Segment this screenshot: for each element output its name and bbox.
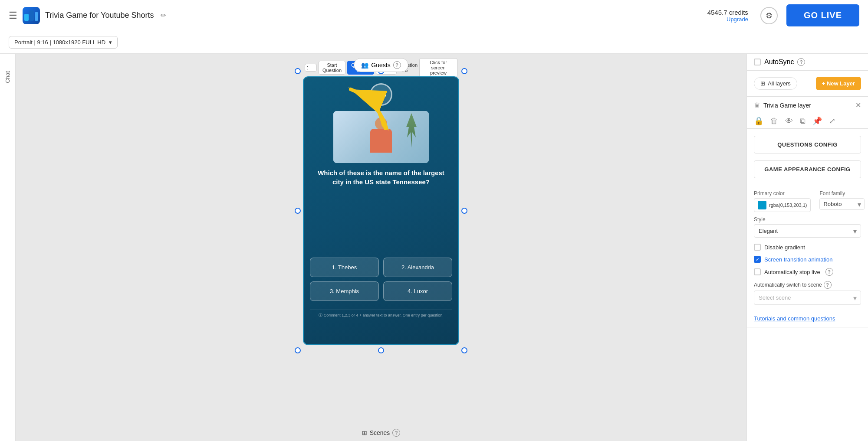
screen-transition-row: ✓ Screen transition animation [747, 253, 868, 265]
screen-transition-checkbox[interactable]: ✓ [754, 256, 761, 263]
layer-close-icon[interactable]: ✕ [855, 101, 861, 109]
layer-name: Trivia Game layer [763, 102, 852, 109]
credits-area: 4545.7 credits Upgrade [707, 9, 748, 23]
right-sidebar-inner: AutoSync ? ⊞ All layers + New Layer ♛ Tr… [747, 54, 868, 441]
all-layers-button[interactable]: ⊞ All layers [754, 77, 797, 90]
phone-answers: 1. Thebes 2. Alexandria 3. Memphis 4. Lu… [310, 258, 452, 301]
header-left: ☰ Trivia Game for Youtube Shorts ✏ [9, 7, 707, 24]
auto-stop-label: Automatically stop live [764, 269, 820, 275]
person-head [375, 118, 387, 130]
auto-switch-row: Automatically switch to scene ? Select s… [747, 278, 868, 310]
phone-question: Which of these is the name of the larges… [312, 168, 450, 186]
phone-image-inner [333, 111, 429, 163]
disable-gradient-checkbox[interactable] [754, 244, 761, 251]
scenes-bar: ⊞ Scenes ? [362, 429, 401, 437]
font-family-label: Font family [819, 190, 865, 196]
right-sidebar: AutoSync ? ⊞ All layers + New Layer ♛ Tr… [746, 54, 868, 441]
chevron-down-icon: ▾ [109, 39, 112, 46]
go-live-button[interactable]: GO LIVE [786, 4, 859, 26]
new-layer-button[interactable]: + New Layer [816, 77, 861, 90]
color-swatch [758, 201, 766, 209]
svg-rect-1 [30, 10, 34, 21]
autosync-help-icon[interactable]: ? [797, 58, 805, 66]
tutorials-link[interactable]: Tutorials and common questions [747, 310, 868, 327]
upgrade-link[interactable]: Upgrade [727, 16, 748, 23]
pin-icon[interactable]: 📌 [812, 116, 822, 126]
person-body [370, 129, 392, 153]
person-figure [368, 118, 394, 157]
auto-switch-label: Automatically switch to scene ? [754, 281, 861, 289]
svg-rect-0 [24, 14, 29, 21]
handle-bottom-left[interactable] [295, 347, 301, 353]
questions-config-button[interactable]: QUESTIONS CONFIG [754, 136, 861, 154]
expand-icon[interactable]: ⤢ [829, 116, 835, 126]
credits-amount: 4545.7 credits [707, 9, 748, 16]
answer-option-1[interactable]: 1. Thebes [310, 258, 379, 277]
config-buttons: QUESTIONS CONFIG GAME APPEARANCE CONFIG [747, 129, 868, 185]
canvas-area: 👥 Guests ? Start Question Question end G… [16, 54, 746, 441]
autosync-row: AutoSync ? [747, 54, 868, 71]
primary-color-label: Primary color [754, 190, 811, 196]
guests-help-icon[interactable]: ? [393, 61, 401, 69]
color-picker[interactable]: rgba(0,153,203,1) [754, 198, 811, 212]
scenes-help-icon[interactable]: ? [392, 429, 400, 437]
appearance-row: Primary color rgba(0,153,203,1) Font fam… [747, 185, 868, 215]
guests-label: Guests [371, 62, 390, 69]
answer-option-3[interactable]: 3. Memphis [310, 281, 379, 301]
game-appearance-config-button[interactable]: GAME APPEARANCE CONFIG [754, 160, 861, 178]
menu-icon[interactable]: ☰ [9, 10, 17, 21]
phone-container: Start Question Question end Game end Que… [303, 76, 459, 345]
eye-icon[interactable]: 👁 [785, 117, 793, 126]
autosync-checkbox[interactable] [754, 59, 761, 65]
style-select[interactable]: Elegant Modern Classic [754, 224, 861, 238]
format-label: Portrait | 9:16 | 1080x1920 FULL HD [14, 39, 105, 46]
phone-frame: 40 Which of these is the name of the [303, 76, 459, 345]
app-logo [23, 7, 40, 24]
layers-icon: ⊞ [760, 80, 765, 87]
scenes-label: Scenes [370, 429, 390, 436]
header: ☰ Trivia Game for Youtube Shorts ✏ 4545.… [0, 0, 868, 31]
auto-switch-help-icon[interactable]: ? [824, 281, 832, 289]
lock-icon[interactable]: 🔒 [754, 116, 763, 126]
layer-title-row: ♛ Trivia Game layer ✕ [747, 97, 868, 114]
handle-middle-left[interactable] [295, 208, 301, 214]
svg-rect-2 [35, 12, 38, 21]
font-select-wrapper: Roboto Arial Open Sans [819, 198, 865, 210]
plant-decoration [403, 113, 420, 148]
primary-color-group: Primary color rgba(0,153,203,1) [754, 190, 811, 212]
edit-title-icon[interactable]: ✏ [161, 11, 166, 20]
disable-gradient-row: Disable gradient [747, 241, 868, 253]
answer-option-4[interactable]: 4. Luxor [383, 281, 452, 301]
copy-icon[interactable]: ⧉ [800, 117, 806, 126]
screen-transition-label[interactable]: Screen transition animation [764, 256, 833, 263]
scene-select[interactable]: Select scene [754, 291, 861, 305]
phone-comment: ⓘ Comment 1,2,3 or 4 + answer text to an… [310, 310, 452, 318]
trash-icon[interactable]: 🗑 [770, 117, 778, 126]
style-select-wrapper: Elegant Modern Classic [754, 224, 861, 238]
disable-gradient-label: Disable gradient [764, 244, 805, 251]
chat-sidebar: Chat [0, 54, 16, 441]
all-layers-label: All layers [768, 80, 791, 87]
auto-stop-checkbox[interactable] [754, 268, 761, 275]
handle-bottom-center[interactable] [378, 347, 384, 353]
scenes-button[interactable]: ⊞ Scenes ? [362, 429, 401, 437]
layers-header: ⊞ All layers + New Layer [747, 71, 868, 97]
settings-icon[interactable]: ⚙ [760, 7, 778, 24]
auto-stop-row: Automatically stop live ? [747, 265, 868, 278]
format-select[interactable]: Portrait | 9:16 | 1080x1920 FULL HD ▾ [9, 36, 118, 49]
phone-timer: 40 [370, 83, 392, 106]
color-value: rgba(0,153,203,1) [769, 203, 807, 208]
scene-select-wrapper: Select scene [754, 291, 861, 305]
layer-crown-icon: ♛ [754, 101, 760, 109]
guests-icon: 👥 [361, 62, 368, 69]
guests-button[interactable]: 👥 Guests ? [354, 58, 408, 72]
auto-stop-help-icon[interactable]: ? [825, 268, 833, 276]
style-row: Style Elegant Modern Classic [747, 215, 868, 241]
style-label: Style [754, 216, 861, 222]
handle-middle-right[interactable] [461, 208, 467, 214]
font-family-group: Font family Roboto Arial Open Sans [819, 190, 865, 210]
handle-bottom-right[interactable] [461, 347, 467, 353]
font-select[interactable]: Roboto Arial Open Sans [819, 198, 865, 210]
toolbar: Portrait | 9:16 | 1080x1920 FULL HD ▾ [0, 31, 868, 54]
answer-option-2[interactable]: 2. Alexandria [383, 258, 452, 277]
